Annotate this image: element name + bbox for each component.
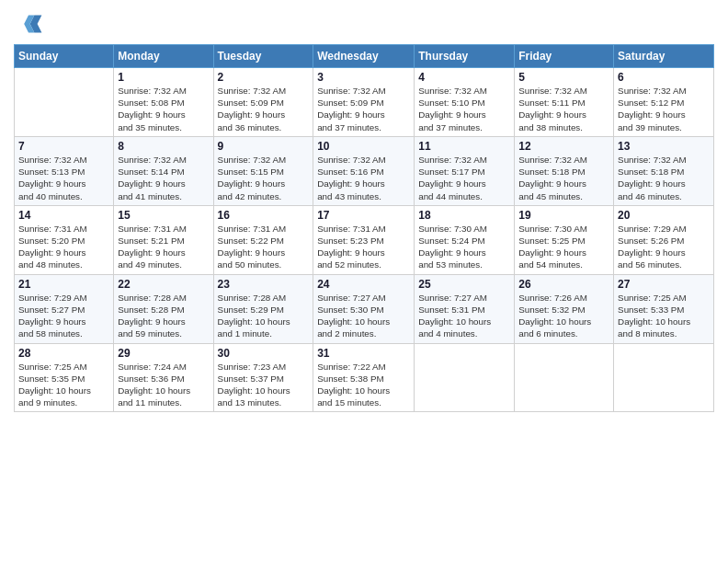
calendar-cell: 12Sunrise: 7:32 AM Sunset: 5:18 PM Dayli… <box>515 136 614 205</box>
day-info: Sunrise: 7:30 AM Sunset: 5:24 PM Dayligh… <box>418 223 510 271</box>
day-number: 24 <box>317 278 410 291</box>
calendar-cell: 6Sunrise: 7:32 AM Sunset: 5:12 PM Daylig… <box>614 68 714 137</box>
col-header-sunday: Sunday <box>15 45 114 68</box>
day-number: 30 <box>218 347 310 360</box>
calendar-cell: 27Sunrise: 7:25 AM Sunset: 5:33 PM Dayli… <box>614 274 714 343</box>
day-number: 11 <box>418 140 510 153</box>
calendar-cell: 25Sunrise: 7:27 AM Sunset: 5:31 PM Dayli… <box>415 274 515 343</box>
calendar-cell <box>15 68 114 137</box>
day-info: Sunrise: 7:32 AM Sunset: 5:08 PM Dayligh… <box>118 85 209 133</box>
day-number: 7 <box>18 140 109 153</box>
calendar-cell: 3Sunrise: 7:32 AM Sunset: 5:09 PM Daylig… <box>313 68 415 137</box>
day-info: Sunrise: 7:32 AM Sunset: 5:17 PM Dayligh… <box>418 154 510 202</box>
day-number: 23 <box>218 278 310 291</box>
day-number: 2 <box>218 71 310 84</box>
day-number: 29 <box>118 347 209 360</box>
calendar-cell: 18Sunrise: 7:30 AM Sunset: 5:24 PM Dayli… <box>415 205 515 274</box>
day-info: Sunrise: 7:24 AM Sunset: 5:36 PM Dayligh… <box>118 361 209 409</box>
calendar-cell <box>614 343 714 412</box>
calendar-cell <box>515 343 614 412</box>
calendar-week-row: 1Sunrise: 7:32 AM Sunset: 5:08 PM Daylig… <box>15 68 714 137</box>
day-info: Sunrise: 7:27 AM Sunset: 5:30 PM Dayligh… <box>317 292 410 340</box>
day-number: 27 <box>618 278 710 291</box>
day-info: Sunrise: 7:32 AM Sunset: 5:12 PM Dayligh… <box>618 85 710 133</box>
day-number: 14 <box>18 209 109 222</box>
day-number: 15 <box>118 209 209 222</box>
col-header-tuesday: Tuesday <box>213 45 313 68</box>
calendar-cell: 26Sunrise: 7:26 AM Sunset: 5:32 PM Dayli… <box>515 274 614 343</box>
day-number: 25 <box>418 278 510 291</box>
day-info: Sunrise: 7:32 AM Sunset: 5:15 PM Dayligh… <box>218 154 310 202</box>
day-info: Sunrise: 7:23 AM Sunset: 5:37 PM Dayligh… <box>218 361 310 409</box>
day-info: Sunrise: 7:31 AM Sunset: 5:23 PM Dayligh… <box>317 223 410 271</box>
day-number: 20 <box>618 209 710 222</box>
calendar-cell <box>415 343 515 412</box>
day-number: 4 <box>418 71 510 84</box>
calendar-cell: 10Sunrise: 7:32 AM Sunset: 5:16 PM Dayli… <box>313 136 415 205</box>
day-number: 6 <box>618 71 710 84</box>
calendar-cell: 16Sunrise: 7:31 AM Sunset: 5:22 PM Dayli… <box>213 205 313 274</box>
calendar-cell: 19Sunrise: 7:30 AM Sunset: 5:25 PM Dayli… <box>515 205 614 274</box>
day-info: Sunrise: 7:31 AM Sunset: 5:20 PM Dayligh… <box>18 223 109 271</box>
calendar-header-row: SundayMondayTuesdayWednesdayThursdayFrid… <box>15 45 714 68</box>
day-info: Sunrise: 7:28 AM Sunset: 5:28 PM Dayligh… <box>118 292 209 340</box>
day-number: 12 <box>518 140 609 153</box>
calendar-week-row: 28Sunrise: 7:25 AM Sunset: 5:35 PM Dayli… <box>15 343 714 412</box>
day-number: 5 <box>518 71 609 84</box>
calendar-cell: 23Sunrise: 7:28 AM Sunset: 5:29 PM Dayli… <box>213 274 313 343</box>
day-info: Sunrise: 7:32 AM Sunset: 5:09 PM Dayligh… <box>218 85 310 133</box>
calendar-cell: 24Sunrise: 7:27 AM Sunset: 5:30 PM Dayli… <box>313 274 415 343</box>
calendar-cell: 1Sunrise: 7:32 AM Sunset: 5:08 PM Daylig… <box>114 68 213 137</box>
calendar-week-row: 7Sunrise: 7:32 AM Sunset: 5:13 PM Daylig… <box>15 136 714 205</box>
day-number: 16 <box>218 209 310 222</box>
col-header-saturday: Saturday <box>614 45 714 68</box>
calendar-cell: 4Sunrise: 7:32 AM Sunset: 5:10 PM Daylig… <box>415 68 515 137</box>
header <box>14 9 714 39</box>
calendar-table: SundayMondayTuesdayWednesdayThursdayFrid… <box>14 44 714 412</box>
calendar-cell: 9Sunrise: 7:32 AM Sunset: 5:15 PM Daylig… <box>213 136 313 205</box>
calendar-cell: 29Sunrise: 7:24 AM Sunset: 5:36 PM Dayli… <box>114 343 213 412</box>
calendar-cell: 8Sunrise: 7:32 AM Sunset: 5:14 PM Daylig… <box>114 136 213 205</box>
logo <box>14 9 47 39</box>
calendar-cell: 7Sunrise: 7:32 AM Sunset: 5:13 PM Daylig… <box>15 136 114 205</box>
day-info: Sunrise: 7:32 AM Sunset: 5:18 PM Dayligh… <box>618 154 710 202</box>
col-header-monday: Monday <box>114 45 213 68</box>
day-number: 26 <box>518 278 609 291</box>
day-info: Sunrise: 7:32 AM Sunset: 5:14 PM Dayligh… <box>118 154 209 202</box>
day-info: Sunrise: 7:25 AM Sunset: 5:33 PM Dayligh… <box>618 292 710 340</box>
day-number: 3 <box>317 71 410 84</box>
day-info: Sunrise: 7:32 AM Sunset: 5:18 PM Dayligh… <box>518 154 609 202</box>
calendar-week-row: 14Sunrise: 7:31 AM Sunset: 5:20 PM Dayli… <box>15 205 714 274</box>
day-number: 9 <box>218 140 310 153</box>
day-number: 13 <box>618 140 710 153</box>
calendar-cell: 28Sunrise: 7:25 AM Sunset: 5:35 PM Dayli… <box>15 343 114 412</box>
day-info: Sunrise: 7:32 AM Sunset: 5:13 PM Dayligh… <box>18 154 109 202</box>
day-info: Sunrise: 7:31 AM Sunset: 5:22 PM Dayligh… <box>218 223 310 271</box>
day-info: Sunrise: 7:30 AM Sunset: 5:25 PM Dayligh… <box>518 223 609 271</box>
logo-icon <box>14 9 43 39</box>
day-number: 31 <box>317 347 410 360</box>
calendar-cell: 14Sunrise: 7:31 AM Sunset: 5:20 PM Dayli… <box>15 205 114 274</box>
day-number: 8 <box>118 140 209 153</box>
day-number: 19 <box>518 209 609 222</box>
day-number: 22 <box>118 278 209 291</box>
col-header-wednesday: Wednesday <box>313 45 415 68</box>
day-info: Sunrise: 7:25 AM Sunset: 5:35 PM Dayligh… <box>18 361 109 409</box>
day-info: Sunrise: 7:27 AM Sunset: 5:31 PM Dayligh… <box>418 292 510 340</box>
col-header-thursday: Thursday <box>415 45 515 68</box>
day-number: 18 <box>418 209 510 222</box>
calendar-cell: 11Sunrise: 7:32 AM Sunset: 5:17 PM Dayli… <box>415 136 515 205</box>
day-info: Sunrise: 7:32 AM Sunset: 5:16 PM Dayligh… <box>317 154 410 202</box>
calendar-cell: 2Sunrise: 7:32 AM Sunset: 5:09 PM Daylig… <box>213 68 313 137</box>
day-number: 1 <box>118 71 209 84</box>
day-info: Sunrise: 7:29 AM Sunset: 5:26 PM Dayligh… <box>618 223 710 271</box>
calendar-cell: 15Sunrise: 7:31 AM Sunset: 5:21 PM Dayli… <box>114 205 213 274</box>
calendar-cell: 30Sunrise: 7:23 AM Sunset: 5:37 PM Dayli… <box>213 343 313 412</box>
calendar-cell: 13Sunrise: 7:32 AM Sunset: 5:18 PM Dayli… <box>614 136 714 205</box>
day-info: Sunrise: 7:29 AM Sunset: 5:27 PM Dayligh… <box>18 292 109 340</box>
col-header-friday: Friday <box>515 45 614 68</box>
calendar-cell: 5Sunrise: 7:32 AM Sunset: 5:11 PM Daylig… <box>515 68 614 137</box>
calendar-cell: 22Sunrise: 7:28 AM Sunset: 5:28 PM Dayli… <box>114 274 213 343</box>
day-info: Sunrise: 7:26 AM Sunset: 5:32 PM Dayligh… <box>518 292 609 340</box>
day-info: Sunrise: 7:32 AM Sunset: 5:11 PM Dayligh… <box>518 85 609 133</box>
